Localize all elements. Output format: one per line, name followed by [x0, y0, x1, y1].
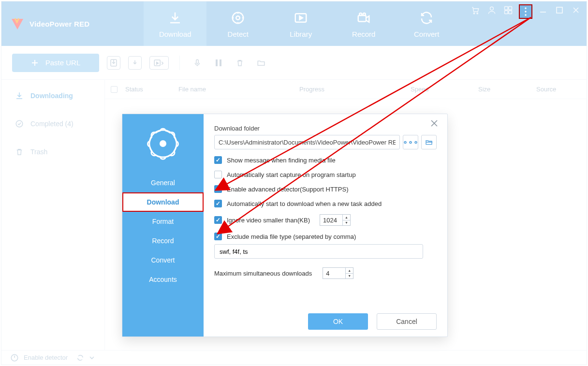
- opt-auto-capture[interactable]: Automatically start capture on program s…: [214, 171, 437, 178]
- batch-download-icon[interactable]: [107, 56, 120, 70]
- svg-point-22: [16, 120, 23, 127]
- header-size[interactable]: Size: [478, 86, 536, 93]
- library-tab-icon: [293, 10, 309, 26]
- settings-tab-download[interactable]: Download: [122, 192, 204, 212]
- convert-tab-icon: [418, 10, 435, 26]
- settings-gear-icon: [122, 114, 204, 173]
- spinner-value: 1024: [323, 217, 337, 224]
- spinner-up-icon[interactable]: ▲: [346, 268, 353, 274]
- ignore-kb-spinner[interactable]: 1024 ▲▼: [320, 214, 351, 226]
- svg-point-4: [359, 13, 362, 15]
- opt-label: Enable advanced detector(Support HTTPS): [227, 186, 348, 193]
- svg-rect-19: [196, 59, 199, 63]
- opt-advanced-detector[interactable]: Enable advanced detector(Support HTTPS): [214, 185, 437, 193]
- paste-url-button[interactable]: Paste URL: [12, 54, 99, 72]
- user-icon[interactable]: [486, 4, 498, 16]
- header-checkbox[interactable]: [111, 86, 125, 93]
- plus-icon: [31, 59, 39, 67]
- refresh-footer-icon[interactable]: [76, 354, 84, 362]
- close-icon[interactable]: [570, 4, 582, 16]
- opt-label: Automatically start capture on program s…: [227, 171, 356, 178]
- cancel-button[interactable]: Cancel: [377, 313, 437, 330]
- settings-tab-record[interactable]: Record: [122, 231, 204, 250]
- tab-detect[interactable]: Detect: [206, 1, 269, 46]
- titlebar: VideoPower RED Download Detect Library R…: [1, 1, 587, 46]
- sidebar-item-completed[interactable]: Completed (4): [1, 110, 104, 138]
- mic-icon[interactable]: [191, 56, 204, 70]
- opt-label: Ignore video smaller than(KB): [227, 217, 310, 224]
- sidebar-item-trash[interactable]: Trash: [1, 138, 104, 166]
- max-sim-label: Maximum simultaneous downloads: [214, 270, 312, 277]
- settings-dialog: General Download Format Record Convert A…: [122, 114, 448, 337]
- separator: [179, 56, 180, 70]
- trash-icon: [15, 147, 24, 156]
- folder-toolbar-icon[interactable]: [254, 56, 268, 70]
- download-folder-input[interactable]: [214, 135, 400, 149]
- svg-rect-20: [216, 59, 218, 66]
- svg-rect-10: [509, 7, 512, 10]
- spinner-down-icon[interactable]: ▼: [343, 220, 350, 226]
- pause-icon[interactable]: [212, 56, 225, 70]
- tab-convert[interactable]: Convert: [395, 1, 458, 46]
- more-menu-button[interactable]: [519, 4, 532, 19]
- sidebar-item-downloading[interactable]: Downloading: [1, 82, 104, 110]
- dialog-close-button[interactable]: [430, 119, 441, 130]
- svg-rect-3: [358, 15, 366, 22]
- list-header: Status File name Progress Speed Size Sou…: [105, 80, 587, 99]
- svg-point-0: [233, 12, 244, 23]
- paste-url-label: Paste URL: [45, 59, 81, 67]
- tab-library[interactable]: Library: [269, 1, 332, 46]
- svg-point-13: [525, 7, 527, 9]
- svg-rect-16: [557, 7, 562, 13]
- max-sim-spinner[interactable]: 4 ▲▼: [323, 267, 353, 279]
- spinner-down-icon[interactable]: ▼: [346, 274, 353, 279]
- opt-show-message[interactable]: Show message when finding media file: [214, 156, 437, 164]
- settings-tab-convert[interactable]: Convert: [122, 250, 204, 270]
- maximize-icon[interactable]: [554, 4, 565, 16]
- spinner-up-icon[interactable]: ▲: [343, 215, 350, 220]
- sidebar-item-label: Downloading: [30, 92, 73, 100]
- opt-ignore-kb[interactable]: Ignore video smaller than(KB) 1024 ▲▼: [214, 214, 437, 226]
- opt-exclude-types[interactable]: Exclude media file type (separeted by co…: [214, 233, 437, 240]
- single-download-icon[interactable]: [128, 56, 142, 70]
- add-to-playlist-icon[interactable]: [149, 56, 169, 70]
- header-filename[interactable]: File name: [178, 86, 299, 93]
- tab-record[interactable]: Record: [332, 1, 395, 46]
- settings-body: Download folder ∘∘∘ Show message when fi…: [204, 114, 447, 337]
- svg-rect-11: [505, 11, 508, 14]
- checkbox-icon: [214, 185, 222, 193]
- main-tabs: Download Detect Library Record Convert: [144, 1, 458, 46]
- settings-tab-accounts[interactable]: Accounts: [122, 270, 204, 289]
- toolbar: Paste URL: [1, 46, 587, 80]
- chevron-down-icon[interactable]: [89, 355, 95, 361]
- opt-label: Exclude media file type (separeted by co…: [227, 233, 356, 240]
- checkbox-icon: [214, 171, 222, 178]
- tab-label: Record: [352, 30, 375, 38]
- opt-auto-download[interactable]: Automatically start to download when a n…: [214, 200, 437, 207]
- download-folder-label: Download folder: [214, 125, 437, 132]
- header-speed[interactable]: Speed: [411, 86, 478, 93]
- header-progress[interactable]: Progress: [299, 86, 411, 93]
- settings-sidebar: General Download Format Record Convert A…: [122, 114, 204, 337]
- exclude-types-input[interactable]: [214, 244, 423, 259]
- more-path-button[interactable]: ∘∘∘: [403, 135, 418, 149]
- cart-icon[interactable]: [470, 4, 481, 16]
- ok-button[interactable]: OK: [308, 313, 368, 330]
- trash-toolbar-icon[interactable]: [233, 56, 247, 70]
- settings-tab-format[interactable]: Format: [122, 212, 204, 231]
- checkbox-icon: [214, 156, 222, 164]
- svg-rect-21: [220, 59, 221, 66]
- svg-point-14: [525, 11, 527, 13]
- tab-label: Download: [159, 30, 191, 38]
- settings-tab-general[interactable]: General: [122, 173, 204, 192]
- header-status[interactable]: Status: [125, 86, 178, 93]
- svg-point-24: [160, 140, 166, 147]
- minimize-icon[interactable]: [537, 4, 549, 16]
- power-icon[interactable]: [10, 353, 19, 362]
- browse-folder-button[interactable]: [421, 135, 437, 149]
- help-icon[interactable]: [502, 4, 514, 16]
- completed-icon: [15, 119, 24, 128]
- header-source[interactable]: Source: [536, 86, 587, 93]
- tab-download[interactable]: Download: [144, 1, 206, 46]
- tab-label: Convert: [414, 30, 440, 38]
